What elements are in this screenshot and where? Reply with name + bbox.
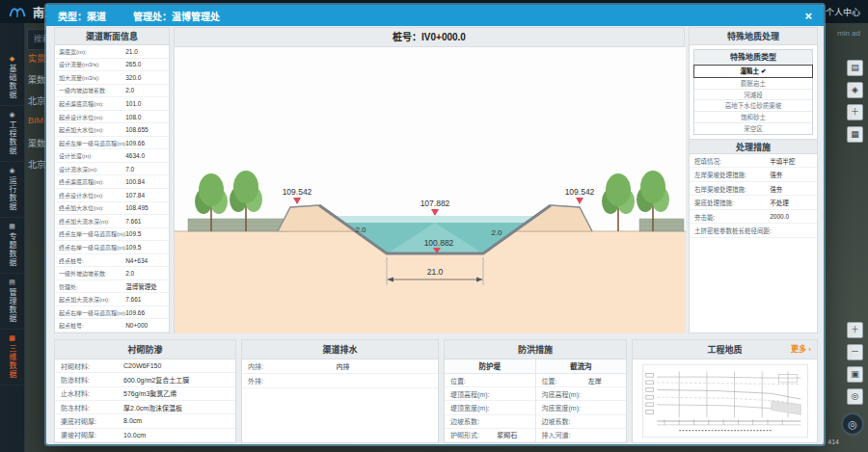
sidebar-item-label: 三维数据	[7, 344, 17, 379]
table-row: 内排: 内排	[242, 359, 438, 374]
table-row: 渠底处理措施: 不处理	[690, 196, 817, 210]
row-value: 强夯	[770, 184, 782, 194]
intercept-ditch-title: 截流沟	[536, 359, 627, 374]
row-value: 576g/m3聚氯乙烯	[123, 388, 176, 398]
left-hedge	[188, 219, 288, 231]
row-label: 终点渠底高程(m):	[55, 177, 104, 186]
table-row: 起点左岸一级马道高程(m): 109.66	[55, 137, 169, 150]
row-value: 8.0cm	[123, 417, 142, 424]
map-tool-button[interactable]: ＋	[847, 104, 863, 120]
row-label: 沟底高程(m):	[536, 389, 581, 399]
geology-type-option[interactable]: 膨胀岩土	[694, 77, 812, 89]
sidebar-item[interactable]: ▤ 管理数据	[0, 274, 24, 330]
table-row: 外排:	[242, 374, 438, 388]
row-value: 浆砌石	[497, 430, 517, 439]
row-value: 7.661	[125, 218, 141, 225]
row-value: 108.495	[125, 204, 149, 211]
row-value: 109.66	[125, 309, 145, 316]
row-value: 半填半挖	[770, 156, 795, 166]
map-tool-button[interactable]: ▤	[847, 60, 863, 76]
sidebar-item[interactable]: ◉ 运行数据	[0, 162, 24, 218]
row-label: 排入河道:	[536, 430, 571, 439]
table-row: 挖填情况: 半填半挖	[690, 154, 817, 169]
row-value: C20W6F150	[123, 362, 161, 369]
geology-type-option[interactable]: 河滩段	[694, 89, 812, 100]
close-icon[interactable]: ×	[804, 10, 812, 22]
table-row: 设计流水深(m): 7.0	[55, 163, 169, 176]
row-label: 外排:	[242, 376, 263, 386]
table-row: 管理处: 温博管理处	[55, 280, 169, 294]
row-label: 防渗材料:	[55, 375, 90, 385]
table-row: 边坡系数:	[445, 415, 535, 429]
sidebar-item-icon: ▦	[9, 223, 15, 230]
sidebar-item[interactable]: ◆ 基础数据	[0, 50, 24, 106]
row-value: N0+000	[125, 322, 148, 329]
row-label: 左岸渠坡处理措施:	[690, 170, 746, 179]
layer-item-fragment[interactable]: 北京	[28, 158, 45, 171]
row-label: 堤顶高程(m):	[445, 389, 489, 399]
row-label: 起点加大水位(m):	[55, 125, 104, 134]
table-row: 夯击能: 2000.0	[690, 210, 817, 225]
geology-type-option[interactable]: 采空区	[694, 122, 812, 134]
row-label: 终点右岸一级马道高程(m):	[55, 243, 127, 252]
row-label: 挖填情况:	[690, 156, 721, 166]
table-row: 边坡系数:	[536, 415, 627, 429]
map-tool-button[interactable]: ▣	[847, 366, 863, 383]
row-label: 止水材料:	[55, 388, 90, 398]
compass-button[interactable]: ◎	[841, 412, 864, 436]
user-menu[interactable]: 个人中心	[826, 6, 860, 18]
row-label: 边坡系数:	[445, 416, 479, 426]
table-row: 堤顶宽度(m):	[445, 401, 535, 414]
layer-item-fragment[interactable]: 北京	[28, 94, 45, 107]
check-icon: ✔	[759, 67, 766, 74]
row-value: 4634.0	[125, 152, 145, 159]
table-row: 位置:	[445, 374, 535, 387]
row-value: 2.0	[125, 270, 134, 277]
section-info-title: 渠道断面信息	[55, 28, 169, 45]
row-label: 堤顶宽度(m):	[445, 403, 489, 412]
sidebar-item-label: 基础数据	[7, 65, 17, 99]
map-tool-button[interactable]: ▦	[847, 126, 863, 143]
row-label: 终点桩号:	[55, 256, 84, 265]
geology-profile-thumbnail[interactable]	[642, 363, 808, 439]
geology-type-option[interactable]: 高地下水位砂质渠坡	[694, 99, 812, 111]
row-label: 设计流量(m3/s):	[55, 60, 100, 68]
cross-section-panel: 桩号：IV0+000.0	[174, 27, 685, 333]
sidebar-item-icon: ▤	[9, 279, 15, 286]
row-value: 101.0	[125, 100, 141, 107]
row-value: 不处理	[770, 198, 789, 207]
more-link[interactable]: 更多 ›	[791, 340, 811, 359]
layer-item-fragment[interactable]: 实景	[28, 52, 45, 65]
row-label: 衬砌材料:	[55, 361, 90, 371]
sidebar-item[interactable]: ◉ 工程数据	[0, 106, 24, 162]
row-label: 位置:	[445, 376, 466, 386]
row-value: 2000.0	[770, 213, 789, 220]
layer-item-fragment[interactable]: 渠数	[28, 137, 45, 149]
map-tool-button[interactable]: ◈	[847, 82, 863, 98]
modal-office-label: 管理处：温博管理处	[133, 9, 220, 23]
row-value: 温博管理处	[125, 281, 157, 291]
table-row: 终点加大流水深(m): 7.661	[55, 215, 169, 228]
desktop: 南水北调 个人中心 min ad ◆ 基础数据 ◉ 工程数据 ◉ 运行数据 ▦ …	[0, 0, 868, 452]
row-label: 起点右岸一级马道高程(m):	[55, 308, 127, 317]
table-row: 起点渠底高程(m): 101.0	[55, 97, 169, 111]
table-row: 终点加大水位(m): 108.495	[55, 202, 169, 216]
layer-item-fragment[interactable]: 渠数	[28, 73, 45, 86]
row-value: 厚2.0cm泡沫保温板	[123, 403, 182, 412]
map-tool-button[interactable]: ＋	[847, 322, 863, 338]
layer-item-fragment[interactable]: BIM	[28, 116, 45, 128]
map-tool-button[interactable]: －	[847, 344, 863, 360]
geology-type-option[interactable]: 湿陷土 ✔	[694, 66, 812, 77]
row-label: 防冻材料:	[55, 403, 90, 412]
row-value: 320.0	[125, 74, 141, 81]
row-label: 加大流量(m3/s):	[55, 73, 100, 82]
sidebar-item[interactable]: ▩ 三维数据	[0, 330, 24, 386]
geology-type-option[interactable]: 饱和砂土	[694, 111, 812, 122]
table-row: 护砌形式: 浆砌石	[445, 429, 535, 442]
row-label: 起点左岸一级马道高程(m):	[55, 139, 127, 147]
sidebar-item[interactable]: ▦ 专题数据	[0, 218, 24, 274]
table-row: 排入河道:	[536, 429, 627, 442]
row-label: 终点左岸一级马道高程(m):	[55, 229, 127, 238]
map-tool-button[interactable]: ◎	[847, 388, 863, 405]
row-value: 108.655	[125, 126, 149, 133]
